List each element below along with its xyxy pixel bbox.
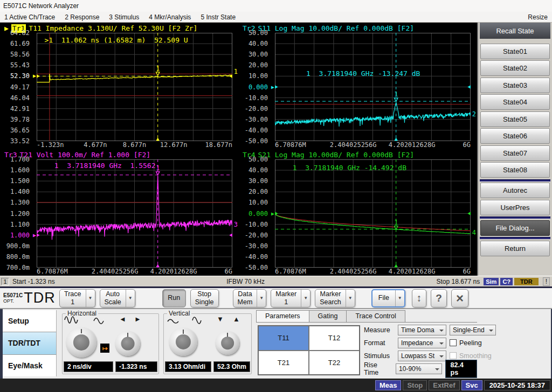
vertical-scale-knob[interactable] [169,328,197,356]
softkey-state04[interactable]: State04 [480,94,550,110]
horizontal-position-value: -1.323 ns [115,361,157,372]
plot-area-tr1: 1>1 11.062 ns (1.6582 m) 52.509 U1 [37,33,232,141]
risetime-readout: 82.4 ps [445,360,477,378]
alert-indicator: ! [543,277,550,286]
softkey-file-dialog-[interactable]: File Dialog... [480,220,550,236]
file-button[interactable]: File▼ [371,289,405,307]
updown-button[interactable]: ↕ [412,289,427,307]
graph-body-tr1: 64.8261.6958.5655.43▶52.3049.1746.0442.9… [0,33,238,141]
parameter-cell-t22[interactable]: T22 [309,351,360,375]
chevron-down-icon[interactable]: ▼ [257,290,266,307]
x-tick-label: 8.677n [123,141,146,149]
knob-cap [221,337,234,349]
tab-eye-mask[interactable]: Eye/Mask [3,355,56,376]
x-tick-label: 6G [463,141,471,149]
softkey-state07[interactable]: State07 [480,145,550,161]
trace-title-tr3: T21 Volt 100.0m/ Ref 1.000 [F2] [19,151,150,159]
close-button[interactable]: × [451,289,468,307]
x-tick-label: 4.202012628G [389,141,436,149]
menu-item-4[interactable]: 4 Mkr/Analysis [149,13,191,21]
position-right-icon[interactable]: ► [134,316,141,323]
tab-gating[interactable]: Gating [309,310,347,322]
vertical-scale-value: 3.13 Ohm/di [165,361,211,372]
parameter-cell-t21[interactable]: T21 [258,351,309,375]
softkey-state03[interactable]: State03 [480,78,550,93]
y-tick-label: 20.00 [249,188,268,195]
softkey-state06[interactable]: State06 [480,128,550,144]
marker-1-button-label: Marker1 [271,290,301,307]
y-tick-label: 1.700 [10,156,30,163]
topology-select[interactable]: Single-End [450,325,496,335]
run-button-label: Run [163,290,185,307]
chevron-down-icon[interactable]: ▼ [126,290,135,307]
position-left-icon[interactable]: ◄ [119,316,126,323]
stimulus-select[interactable]: Lowpass St [398,351,446,361]
auto-scale-button[interactable]: AutoScale▼ [100,289,135,307]
y-tick-label: 61.69 [10,40,30,47]
chevron-down-icon[interactable]: ▼ [346,290,355,307]
tab-trace-control[interactable]: Trace Control [346,310,405,322]
menu-item-3[interactable]: 3 Stimulus [109,13,139,21]
peeling-checkbox[interactable] [450,339,457,346]
level-up-icon[interactable]: ▲ [233,316,240,323]
y-tick-label: -40.00 [245,253,268,261]
menu-item-1[interactable]: 1 Active Ch/Trace [4,13,55,21]
vertical-position-knob[interactable] [216,331,239,355]
y-tick-label: -30.00 [245,116,268,123]
x-tick-label: 6G [225,268,232,275]
mapsto-icon[interactable]: ↦ [100,344,109,353]
tdr-control-panel: SetupTDR/TDTEye/Mask Horizontal ◄ ► ↦ 2 … [0,309,552,379]
data-mem-button-label: DataMem [233,290,257,307]
marker-1-button[interactable]: Marker1▼ [271,289,310,307]
menu-item-2[interactable]: 2 Response [65,13,99,21]
tab-setup[interactable]: Setup [3,310,56,332]
marker-search-button[interactable]: MarkerSearch▼ [315,289,355,307]
measure-select[interactable]: Time Doma [398,325,446,335]
chevron-down-icon[interactable]: ▼ [86,290,95,307]
app-window: E5071C Network Analyzer 1 Active Ch/Trac… [0,0,552,392]
help-button[interactable]: ? [431,289,447,307]
smoothing-checkbox [450,352,457,359]
x-tick-label: 18.677n [205,141,232,149]
marker-number-tr3: 1 [156,164,160,172]
risetime-select[interactable]: 10-90% [396,363,441,374]
data-mem-button[interactable]: DataMem▼ [233,289,267,307]
parameters-body: T11T12T21T22 Measure Time Doma Single-En… [256,322,477,376]
softkey-autorec[interactable]: Autorec [480,183,550,198]
y-axis-labels-tr3: 1.7001.6001.5001.4001.3001.2001.100▶1.00… [0,159,37,268]
tdr-app-logo: E5071C OPT. TDR [3,290,55,306]
resize-button[interactable]: Resize [528,13,548,21]
softkey-userpres[interactable]: UserPres [480,200,550,215]
chevron-down-icon[interactable]: ▼ [301,290,310,307]
softkey-separator [480,237,550,239]
peeling-checkbox-row[interactable]: Peeling [450,339,482,347]
softkey-state05[interactable]: State05 [480,111,550,127]
y-tick-label: -10.00 [245,221,268,228]
level-down-icon[interactable]: ▼ [217,316,224,323]
plot-area-tr4: 11 3.7181940 GHz -14.492 dB4 [275,159,471,268]
chevron-down-icon[interactable]: ▼ [395,290,404,306]
softkey-state08[interactable]: State08 [480,162,550,178]
tab-tdr-tdt[interactable]: TDR/TDT [3,332,56,354]
toolbar-buttons: Trace1▼AutoScale▼RunStopSingleDataMem▼Ma… [55,289,468,307]
parameter-cell-t11[interactable]: T11 [258,326,309,351]
trace-number-tr2: 2 [472,110,476,118]
menu-item-5[interactable]: 5 Instr State [201,13,236,21]
parameter-cell-t12[interactable]: T12 [309,326,360,351]
trace-button[interactable]: Trace1▼ [59,289,95,307]
tab-parameters[interactable]: Parameters [256,310,309,322]
horizontal-scale-knob[interactable] [66,327,96,358]
softkey-state02[interactable]: State02 [480,60,550,76]
softkey-return[interactable]: Return [480,241,550,256]
run-button[interactable]: Run [162,289,186,307]
y-tick-label: 20.00 [249,61,268,69]
format-select[interactable]: Impedance [398,338,446,348]
y-tick-label: 52.30 [10,72,30,80]
horizontal-position-knob[interactable] [115,331,140,356]
graph-header-tr3: Tr3T21 Volt 100.0m/ Ref 1.000 [F2] [0,151,238,159]
softkey-state01[interactable]: State01 [480,44,550,59]
stop-single-button[interactable]: StopSingle [190,289,219,307]
single-wave-icon [93,317,104,324]
x-tick-label: 6G [463,268,471,275]
channel-number: 1 [1,278,9,285]
